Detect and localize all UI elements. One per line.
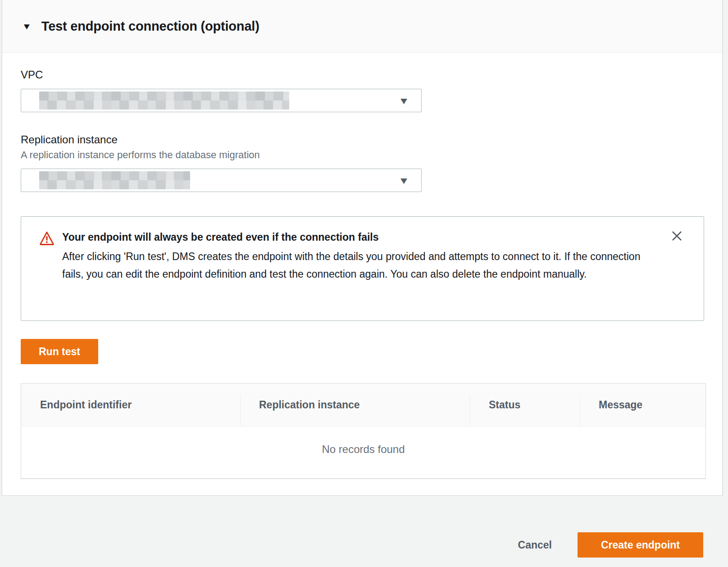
section-title: Test endpoint connection (optional) (41, 19, 259, 34)
replication-instance-field: Replication instance A replication insta… (21, 133, 704, 192)
section-header[interactable]: ▼ Test endpoint connection (optional) (2, 0, 722, 53)
test-endpoint-connection-section: ▼ Test endpoint connection (optional) VP… (2, 0, 723, 496)
collapse-caret-icon: ▼ (22, 22, 32, 31)
column-header-endpoint-identifier: Endpoint identifier (21, 384, 240, 426)
column-header-status: Status (470, 384, 580, 426)
vpc-label: VPC (21, 69, 704, 81)
replication-instance-label: Replication instance (21, 133, 704, 146)
create-endpoint-button[interactable]: Create endpoint (578, 532, 703, 558)
redacted-replication-instance-value (39, 171, 190, 189)
wizard-footer: Cancel Create endpoint (0, 496, 728, 567)
vpc-field: VPC ▼ (21, 69, 704, 112)
warning-alert-content: Your endpoint will always be created eve… (62, 230, 648, 320)
close-icon[interactable] (670, 229, 684, 243)
replication-instance-select[interactable]: ▼ (21, 169, 422, 192)
table-header-row: Endpoint identifier Replication instance… (21, 384, 705, 426)
warning-alert-body: After clicking 'Run test', DMS creates t… (62, 248, 648, 283)
chevron-down-icon: ▼ (398, 96, 410, 105)
replication-instance-description: A replication instance performs the data… (21, 149, 704, 161)
warning-alert: Your endpoint will always be created eve… (21, 216, 704, 321)
warning-triangle-icon (39, 231, 55, 320)
vpc-select[interactable]: ▼ (21, 89, 422, 112)
table-body: No records found (21, 426, 705, 478)
test-results-table: Endpoint identifier Replication instance… (21, 383, 706, 479)
column-header-message: Message (580, 384, 705, 426)
section-body: VPC ▼ Replication instance A replication… (2, 53, 722, 479)
empty-table-message: No records found (322, 443, 405, 456)
run-test-button[interactable]: Run test (21, 339, 98, 364)
column-header-replication-instance: Replication instance (240, 384, 470, 426)
redacted-vpc-value (39, 91, 289, 110)
warning-alert-title: Your endpoint will always be created eve… (62, 230, 648, 244)
chevron-down-icon: ▼ (398, 176, 410, 185)
cancel-button[interactable]: Cancel (518, 532, 552, 558)
